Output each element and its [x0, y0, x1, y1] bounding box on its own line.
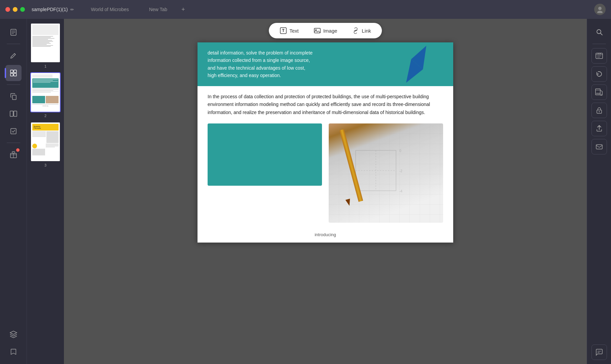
svg-point-0	[598, 7, 602, 10]
tab-world-of-microbes[interactable]: World of Microbes	[81, 0, 139, 19]
pdf-page-2: detail information, solve the problem of…	[197, 42, 453, 243]
svg-rect-18	[314, 28, 320, 33]
sign-button[interactable]	[591, 139, 607, 154]
svg-text:T: T	[282, 28, 285, 33]
compare-icon	[9, 110, 17, 118]
link-tool-button[interactable]: Link	[349, 26, 374, 36]
divider-1	[7, 44, 20, 44]
main-content: 1	[0, 19, 611, 364]
pdf-viewer[interactable]: T Text Image	[64, 19, 587, 364]
active-tab[interactable]: samplePDF(1)(1) ✏	[25, 0, 81, 19]
svg-point-32	[597, 30, 601, 34]
image-tool-button[interactable]: Image	[311, 26, 340, 36]
thumbnail-icon	[9, 69, 17, 77]
svg-point-43	[599, 111, 600, 112]
pdfa-button[interactable]: PDF A	[591, 84, 607, 100]
link-tool-icon	[352, 27, 359, 34]
pdf-toolbar: T Text Image	[64, 19, 587, 42]
thumbnail-panel: 1	[27, 19, 64, 364]
search-button[interactable]	[591, 24, 607, 40]
sidebar-item-copy[interactable]	[5, 88, 22, 104]
maximize-button[interactable]	[20, 7, 25, 12]
avatar[interactable]	[594, 4, 606, 15]
pdfa-icon: PDF A	[595, 87, 604, 97]
tab-new-tab[interactable]: New Tab	[139, 0, 177, 19]
forms-icon	[9, 127, 17, 135]
sidebar-item-forms[interactable]	[5, 123, 22, 139]
titlebar-right	[594, 4, 611, 15]
thumb-page-number-1: 1	[44, 64, 46, 68]
notification-badge	[16, 148, 20, 152]
new-tab-button[interactable]: +	[179, 5, 188, 14]
thumbnail-page-2[interactable]: introducing 2	[30, 72, 61, 118]
page2-teal-box	[208, 123, 322, 186]
svg-rect-8	[10, 73, 13, 76]
ocr-button[interactable]: OCR	[591, 48, 607, 64]
sidebar-item-thumbnails[interactable]	[5, 65, 22, 81]
thumb-page-number-2: 2	[44, 114, 46, 118]
sidebar-item-annotate[interactable]	[5, 47, 22, 64]
lock-icon	[596, 107, 603, 114]
copy-icon	[9, 92, 17, 100]
share-button[interactable]	[591, 121, 607, 136]
link-tool-label: Link	[362, 28, 371, 34]
svg-text:PDF: PDF	[596, 93, 600, 95]
gift-icon	[9, 150, 17, 158]
thumbnail-page-1[interactable]: 1	[30, 23, 61, 68]
thumbnail-page-3[interactable]: GeometricPhilosophy	[30, 122, 61, 167]
svg-text:-2: -2	[399, 169, 402, 173]
svg-rect-6	[10, 70, 13, 73]
inactive-tabs: World of Microbes New Tab +	[81, 0, 594, 19]
thumb-img-1[interactable]	[30, 23, 61, 63]
edit-icon[interactable]: ✏	[70, 7, 74, 12]
sidebar-item-compare[interactable]	[5, 106, 22, 122]
avatar-icon	[596, 6, 604, 13]
thumb-page-number-3: 3	[44, 163, 46, 167]
bookmark-icon	[10, 348, 17, 356]
text-tool-icon: T	[280, 27, 287, 34]
sidebar-item-gift[interactable]	[5, 146, 22, 162]
thumb-img-3[interactable]: GeometricPhilosophy	[30, 122, 61, 162]
comment-button[interactable]	[591, 344, 607, 360]
page2-top-text: detail information, solve the problem of…	[208, 49, 315, 79]
rotate-icon	[596, 70, 603, 78]
titlebar: samplePDF(1)(1) ✏ World of Microbes New …	[0, 0, 611, 19]
ocr-icon: OCR	[595, 51, 604, 61]
rotate-button[interactable]	[591, 66, 607, 82]
svg-text:A: A	[601, 94, 602, 96]
svg-rect-11	[10, 111, 13, 116]
active-tab-label: samplePDF(1)(1)	[32, 7, 68, 12]
sign-icon	[596, 143, 603, 150]
thumb-img-2[interactable]: introducing	[30, 72, 61, 112]
text-tool-button[interactable]: T Text	[277, 26, 301, 36]
svg-rect-7	[14, 70, 16, 73]
divider-3	[7, 143, 20, 143]
page2-arch-photo: 0 -2 -4	[329, 123, 443, 223]
svg-line-33	[601, 33, 602, 35]
text-tool-label: Text	[289, 28, 299, 34]
svg-text:0: 0	[399, 149, 401, 153]
sidebar-item-bookmark[interactable]	[5, 344, 22, 360]
minimize-button[interactable]	[13, 7, 17, 12]
svg-rect-44	[596, 145, 602, 149]
sidebar-item-reader[interactable]	[5, 24, 22, 40]
svg-rect-12	[14, 111, 17, 116]
svg-rect-9	[14, 73, 16, 76]
page2-desc-text: In the process of data collection and pr…	[208, 93, 443, 117]
layers-icon	[9, 330, 17, 338]
right-divider-1	[592, 44, 606, 44]
search-icon	[596, 28, 603, 36]
comment-icon	[596, 349, 603, 356]
image-tool-label: Image	[323, 28, 337, 34]
right-sidebar: OCR PDF A	[587, 19, 611, 364]
page2-bottom-grid: 0 -2 -4	[197, 123, 453, 229]
reader-icon	[9, 28, 17, 36]
image-tool-icon	[314, 27, 321, 34]
lock-button[interactable]	[591, 103, 607, 118]
close-button[interactable]	[5, 7, 10, 12]
svg-point-1	[597, 11, 603, 13]
page2-description: In the process of data collection and pr…	[197, 86, 453, 123]
sidebar-item-layers[interactable]	[5, 326, 22, 342]
page2-top-banner: detail information, solve the problem of…	[197, 42, 453, 86]
svg-rect-14	[11, 129, 16, 134]
